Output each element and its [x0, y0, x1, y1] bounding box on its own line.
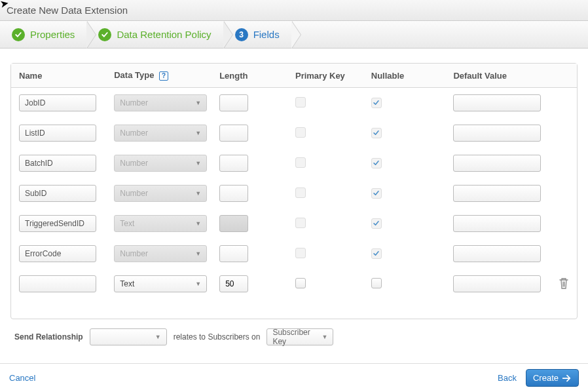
- dialog-title: Create New Data Extension: [7, 5, 128, 16]
- checkmark-icon: [98, 28, 111, 41]
- chevron-down-icon: ▼: [195, 160, 201, 167]
- titlebar: Create New Data Extension: [0, 0, 588, 21]
- col-header-nullable: Nullable: [371, 71, 454, 81]
- cancel-button[interactable]: Cancel: [9, 373, 35, 383]
- primary-key-checkbox: [295, 248, 306, 258]
- col-header-default: Default Value: [453, 71, 549, 81]
- wizard-steps: Properties Data Retention Policy 3 Field…: [0, 21, 588, 49]
- col-header-type: Data Type ?: [114, 70, 219, 81]
- length-input: [219, 215, 248, 232]
- wizard-step-properties[interactable]: Properties: [0, 21, 86, 48]
- length-input: [219, 94, 248, 111]
- field-name-input: [19, 94, 96, 111]
- primary-key-checkbox: [295, 127, 306, 138]
- chevron-down-icon: ▼: [195, 220, 201, 227]
- primary-key-checkbox: [295, 218, 306, 228]
- send-relationship-field-select[interactable]: ▼: [90, 328, 167, 345]
- col-header-length: Length: [219, 71, 295, 81]
- default-value-input: [453, 185, 541, 202]
- wizard-step-label: Fields: [253, 29, 280, 40]
- arrow-right-icon: [562, 374, 572, 382]
- nullable-checkbox: [371, 248, 382, 259]
- col-header-pk: Primary Key: [295, 71, 371, 81]
- primary-key-checkbox: [295, 187, 306, 198]
- chevron-down-icon: ▼: [195, 100, 201, 106]
- length-input: [219, 155, 248, 172]
- grid-header-row: Name Data Type ? Length Primary Key Null…: [11, 64, 577, 88]
- wizard-step-retention[interactable]: Data Retention Policy: [86, 21, 223, 48]
- primary-key-checkbox: [295, 97, 306, 108]
- table-row: Number▼: [11, 239, 577, 269]
- default-value-input: [453, 245, 541, 262]
- nullable-checkbox: [371, 188, 382, 199]
- create-button[interactable]: Create: [526, 369, 579, 387]
- chevron-down-icon: ▼: [195, 190, 201, 197]
- field-name-input: [19, 185, 96, 202]
- table-row: Number▼: [11, 148, 577, 178]
- field-name-input: [19, 125, 96, 142]
- back-button[interactable]: Back: [498, 373, 517, 383]
- nullable-checkbox[interactable]: [371, 278, 382, 288]
- field-name-input[interactable]: [19, 275, 96, 292]
- length-input[interactable]: [219, 275, 248, 292]
- help-icon[interactable]: ?: [159, 71, 168, 81]
- dialog-create-data-extension: ➤ Create New Data Extension Properties D…: [0, 0, 588, 392]
- data-type-select: Number▼: [114, 155, 207, 172]
- data-type-select: Number▼: [114, 94, 207, 111]
- subscriber-key-select[interactable]: Subscriber Key▼: [266, 328, 333, 345]
- table-row: Text▼: [11, 269, 577, 299]
- field-name-input: [19, 155, 96, 172]
- length-input: [219, 185, 248, 202]
- nullable-checkbox: [371, 98, 382, 108]
- chevron-down-icon: ▼: [195, 281, 201, 287]
- step-number-badge: 3: [235, 28, 248, 41]
- table-row: Number▼: [11, 118, 577, 148]
- data-type-select[interactable]: Text▼: [114, 275, 207, 292]
- send-relationship-label: Send Relationship: [14, 332, 83, 342]
- chevron-down-icon: ▼: [195, 250, 201, 257]
- grid-footer-spacer: [11, 299, 577, 319]
- trash-icon[interactable]: [559, 281, 569, 291]
- nullable-checkbox: [371, 158, 382, 168]
- default-value-input: [453, 215, 541, 232]
- relates-to-text: relates to Subscribers on: [174, 332, 261, 342]
- table-row: Number▼: [11, 178, 577, 208]
- chevron-down-icon: ▼: [195, 130, 201, 136]
- primary-key-checkbox[interactable]: [295, 278, 306, 288]
- primary-key-checkbox: [295, 157, 306, 168]
- nullable-checkbox: [371, 128, 382, 138]
- data-type-select: Number▼: [114, 185, 207, 202]
- default-value-input: [453, 125, 541, 142]
- chevron-down-icon: ▼: [155, 334, 161, 340]
- wizard-step-fields[interactable]: 3 Fields: [223, 21, 291, 48]
- content-area: Name Data Type ? Length Primary Key Null…: [0, 49, 588, 356]
- data-type-select: Text▼: [114, 215, 207, 232]
- length-input: [219, 245, 248, 262]
- chevron-down-icon: ▼: [322, 334, 328, 340]
- data-type-select: Number▼: [114, 125, 207, 142]
- dialog-footer: Cancel Back Create: [0, 363, 588, 392]
- default-value-input[interactable]: [453, 275, 541, 292]
- cursor-icon: ➤: [0, 0, 9, 9]
- default-value-input: [453, 94, 541, 111]
- col-header-name: Name: [19, 71, 114, 81]
- send-relationship-row: Send Relationship ▼ relates to Subscribe…: [10, 319, 578, 349]
- fields-grid: Name Data Type ? Length Primary Key Null…: [10, 63, 578, 319]
- wizard-step-label: Properties: [30, 29, 75, 40]
- default-value-input: [453, 155, 541, 172]
- data-type-select: Number▼: [114, 245, 207, 262]
- field-name-input: [19, 245, 96, 262]
- table-row: Text▼: [11, 208, 577, 239]
- field-name-input: [19, 215, 96, 232]
- wizard-step-label: Data Retention Policy: [117, 29, 211, 40]
- table-row: Number▼: [11, 88, 577, 118]
- nullable-checkbox: [371, 218, 382, 229]
- checkmark-icon: [12, 28, 25, 41]
- length-input: [219, 125, 248, 142]
